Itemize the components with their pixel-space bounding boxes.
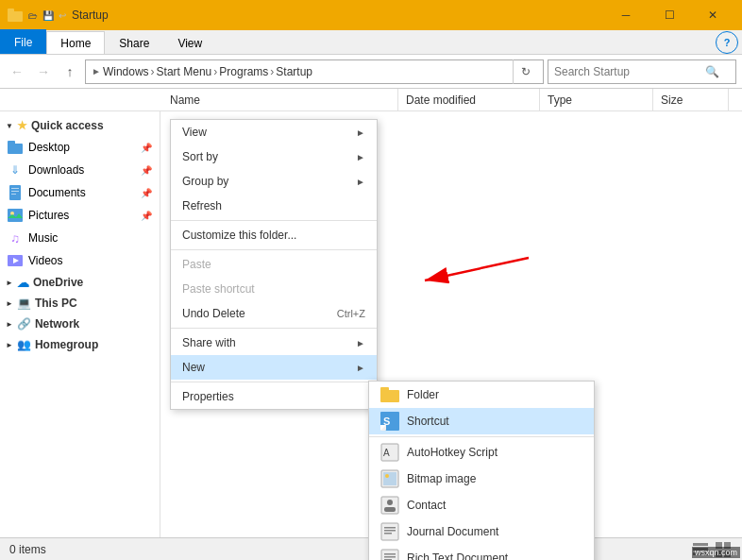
tab-home[interactable]: Home: [46, 31, 105, 54]
quick-access-label: Quick access: [31, 119, 104, 132]
window-controls[interactable]: ─ ☐ ✕: [604, 0, 734, 30]
address-path[interactable]: ► Windows › Start Menu › Programs › Star…: [85, 59, 544, 84]
chevron-right-icon2: ►: [6, 299, 13, 308]
ctx-new[interactable]: New ►: [171, 355, 377, 380]
submenu-journal-icon: [380, 522, 399, 541]
svg-rect-5: [11, 188, 19, 189]
ctx-sep2: [171, 249, 377, 250]
watermark: wsxqn.com: [692, 547, 740, 558]
path-startup[interactable]: Startup: [276, 65, 312, 78]
svg-rect-29: [384, 533, 392, 535]
maximize-button[interactable]: ☐: [648, 0, 691, 30]
sidebar-item-pictures[interactable]: Pictures 📌: [0, 204, 160, 227]
ctx-customize[interactable]: Customize this folder...: [171, 223, 377, 247]
path-programs[interactable]: Programs: [219, 65, 268, 78]
forward-button[interactable]: →: [32, 60, 55, 83]
sidebar-item-documents[interactable]: Documents 📌: [0, 181, 160, 204]
ribbon-tabs: File Home Share View ?: [0, 30, 742, 55]
svg-rect-3: [8, 141, 15, 145]
sidebar-thispc-header[interactable]: ► 💻 This PC: [0, 293, 160, 314]
ctx-group[interactable]: Group by ►: [171, 169, 377, 194]
col-name[interactable]: Name: [162, 89, 398, 110]
downloads-icon: ⇓: [8, 162, 23, 178]
tab-view[interactable]: View: [163, 31, 216, 54]
pictures-label: Pictures: [28, 209, 135, 222]
window-title: Startup: [72, 8, 109, 22]
title-quick-actions[interactable]: 🗁 💾 ↩: [28, 10, 66, 21]
network-icon: 🔗: [17, 317, 31, 331]
sidebar-item-music[interactable]: ♫ Music: [0, 227, 160, 249]
svg-rect-21: [383, 472, 396, 485]
submenu-folder[interactable]: Folder: [369, 382, 594, 408]
col-type[interactable]: Type: [540, 89, 653, 110]
ctx-refresh[interactable]: Refresh: [171, 194, 377, 218]
ctx-paste[interactable]: Paste: [171, 252, 377, 277]
submenu-autohotkey[interactable]: A AutoHotkey Script: [369, 439, 594, 466]
submenu-shortcut[interactable]: S Shortcut: [369, 408, 594, 434]
homegroup-icon: 👥: [17, 338, 31, 351]
submenu-sep1: [369, 436, 594, 437]
sidebar-quick-access-header[interactable]: ▼ ★ Quick access: [0, 115, 160, 136]
svg-rect-13: [380, 387, 389, 392]
submenu-richtext-label: Rich Text Document: [407, 552, 508, 560]
sidebar-item-videos[interactable]: Videos: [0, 249, 160, 272]
back-button[interactable]: ←: [6, 60, 28, 83]
desktop-icon: [8, 140, 23, 155]
videos-icon: [8, 253, 23, 268]
main-area: ▼ ★ Quick access Desktop 📌 ⇓ Downloads 📌…: [0, 111, 742, 537]
submenu-bitmap[interactable]: Bitmap image: [369, 466, 594, 492]
ctx-new-label: New: [182, 361, 205, 374]
up-button[interactable]: ↑: [59, 60, 81, 83]
folder-title-icon: [8, 8, 23, 23]
onedrive-icon: ☁: [17, 276, 29, 290]
submenu-shortcut-icon: S: [380, 412, 399, 431]
search-box[interactable]: 🔍: [548, 59, 736, 84]
ctx-paste-shortcut[interactable]: Paste shortcut: [171, 277, 377, 301]
address-refresh-button[interactable]: ↻: [513, 59, 537, 84]
close-button[interactable]: ✕: [691, 0, 734, 30]
ctx-paste-shortcut-label: Paste shortcut: [182, 282, 255, 296]
submenu-contact[interactable]: Contact: [369, 492, 594, 518]
file-area[interactable]: This folder is empty. View ► Sort by ► G…: [160, 111, 742, 537]
help-button[interactable]: ?: [716, 31, 738, 54]
sidebar-item-downloads[interactable]: ⇓ Downloads 📌: [0, 159, 160, 181]
submenu-journal-label: Journal Document: [407, 525, 498, 538]
sidebar-item-desktop[interactable]: Desktop 📌: [0, 136, 160, 159]
tab-share[interactable]: Share: [105, 31, 163, 54]
documents-pin-icon: 📌: [141, 188, 152, 198]
svg-rect-25: [384, 507, 396, 512]
tab-file[interactable]: File: [0, 29, 46, 54]
submenu-bitmap-label: Bitmap image: [407, 472, 476, 485]
ctx-properties[interactable]: Properties: [171, 384, 377, 409]
search-input[interactable]: [554, 65, 705, 78]
ctx-undo-shortcut: Ctrl+Z: [337, 308, 365, 319]
ctx-view[interactable]: View ►: [171, 120, 377, 144]
ctx-refresh-label: Refresh: [182, 199, 222, 212]
sidebar-network-header[interactable]: ► 🔗 Network: [0, 314, 160, 334]
submenu-journal[interactable]: Journal Document: [369, 518, 594, 545]
ctx-sort[interactable]: Sort by ►: [171, 144, 377, 169]
chevron-right-icon4: ►: [6, 341, 13, 349]
downloads-label: Downloads: [28, 163, 135, 177]
ctx-undo[interactable]: Undo Delete Ctrl+Z: [171, 301, 377, 326]
ctx-group-arrow: ►: [356, 177, 365, 187]
chevron-down-icon: ▼: [6, 122, 13, 130]
submenu-folder-icon: [380, 385, 399, 404]
path-startmenu[interactable]: Start Menu: [157, 65, 212, 78]
ctx-sep1: [171, 220, 377, 221]
ctx-group-label: Group by: [182, 175, 228, 188]
title-undo-icon: ↩: [59, 10, 66, 21]
svg-rect-26: [381, 523, 398, 540]
chevron-right-icon: ►: [6, 279, 13, 287]
music-icon: ♫: [8, 230, 23, 246]
minimize-button[interactable]: ─: [604, 0, 648, 30]
path-windows[interactable]: Windows: [103, 65, 149, 78]
submenu-richtext[interactable]: Rich Text Document: [369, 545, 594, 560]
sidebar-onedrive-header[interactable]: ► ☁ OneDrive: [0, 272, 160, 293]
col-size[interactable]: Size: [653, 89, 729, 110]
sidebar-homegroup-header[interactable]: ► 👥 Homegroup: [0, 334, 160, 355]
ctx-new-arrow: ►: [356, 363, 365, 373]
thispc-icon: 💻: [17, 297, 31, 310]
ctx-share[interactable]: Share with ►: [171, 331, 377, 355]
col-date[interactable]: Date modified: [398, 89, 540, 110]
